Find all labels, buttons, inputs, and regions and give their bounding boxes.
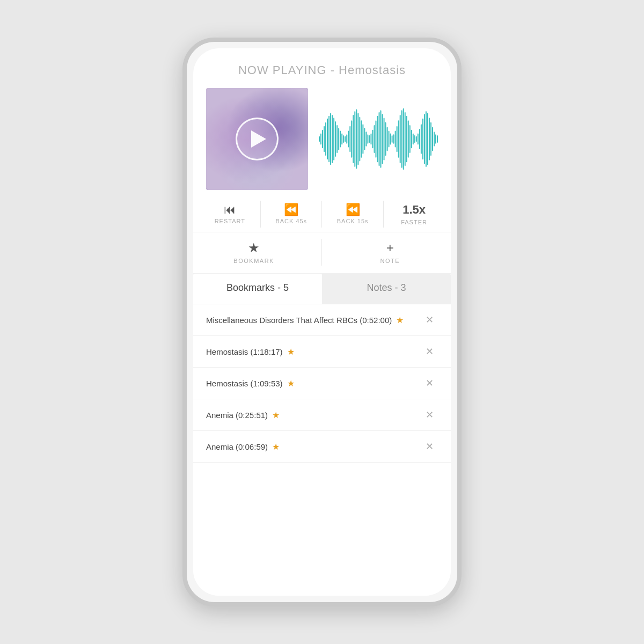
- bookmark-list: Miscellaneous Disorders That Affect RBCs…: [193, 304, 451, 596]
- phone-content: NOW PLAYING - Hemostasis ⏮: [193, 48, 451, 596]
- tab-notes[interactable]: Notes - 3: [322, 274, 451, 304]
- svg-rect-34: [374, 125, 375, 153]
- svg-rect-73: [437, 135, 438, 143]
- tabs-row: Bookmarks - 5 Notes - 3: [193, 274, 451, 304]
- svg-rect-67: [427, 113, 428, 165]
- star-icon: ★: [287, 347, 295, 356]
- svg-rect-2: [322, 130, 323, 149]
- restart-label: RESTART: [215, 218, 245, 224]
- svg-rect-50: [400, 115, 401, 163]
- svg-rect-21: [353, 115, 354, 163]
- svg-rect-13: [340, 130, 341, 147]
- star-icon: ★: [272, 442, 280, 451]
- now-playing-header: NOW PLAYING - Hemostasis: [193, 48, 451, 83]
- svg-rect-29: [365, 131, 367, 147]
- svg-rect-63: [421, 124, 422, 153]
- play-button[interactable]: [236, 118, 279, 160]
- close-button[interactable]: ✕: [421, 343, 438, 360]
- svg-rect-11: [336, 125, 338, 153]
- svg-rect-45: [392, 135, 393, 143]
- svg-rect-60: [416, 136, 417, 142]
- svg-rect-23: [356, 109, 357, 169]
- svg-rect-65: [424, 114, 425, 164]
- bookmark-text: Anemia (0:25:51) ★: [206, 410, 421, 420]
- close-button[interactable]: ✕: [421, 407, 438, 423]
- player-area: [193, 83, 451, 195]
- svg-rect-69: [430, 122, 431, 156]
- svg-rect-44: [390, 134, 391, 145]
- svg-rect-4: [325, 122, 326, 156]
- bookmark-label: BOOKMARK: [233, 258, 274, 264]
- play-triangle-icon: [251, 130, 266, 148]
- note-action[interactable]: + NOTE: [358, 240, 422, 264]
- star-icon: ★: [272, 411, 280, 420]
- svg-rect-68: [429, 118, 430, 160]
- bookmark-text: Hemostasis (1:09:53) ★: [206, 378, 421, 389]
- svg-rect-53: [405, 112, 406, 166]
- svg-rect-61: [418, 134, 419, 145]
- faster-label: FASTER: [401, 219, 427, 225]
- svg-rect-6: [328, 116, 330, 163]
- svg-rect-41: [385, 122, 386, 156]
- waveform-svg: [319, 104, 438, 174]
- tab-bookmarks[interactable]: Bookmarks - 5: [193, 274, 322, 304]
- svg-rect-39: [382, 114, 383, 164]
- close-button[interactable]: ✕: [421, 438, 438, 455]
- list-item[interactable]: Miscellaneous Disorders That Affect RBCs…: [193, 304, 451, 336]
- svg-rect-5: [327, 119, 328, 159]
- svg-rect-30: [367, 134, 368, 143]
- svg-rect-58: [413, 134, 414, 145]
- divider-2: [321, 201, 322, 228]
- svg-rect-8: [332, 115, 333, 163]
- album-art[interactable]: [206, 88, 308, 190]
- restart-icon: ⏮: [224, 204, 236, 216]
- note-label: NOTE: [380, 258, 400, 264]
- svg-rect-54: [406, 116, 407, 163]
- svg-rect-0: [319, 136, 320, 142]
- bookmark-icon: ★: [248, 240, 260, 255]
- list-item[interactable]: Anemia (0:25:51) ★ ✕: [193, 399, 451, 431]
- svg-rect-64: [422, 119, 423, 159]
- back45-control[interactable]: ⏪ BACK 45s: [270, 204, 313, 224]
- close-button[interactable]: ✕: [421, 375, 438, 391]
- speed-control[interactable]: 1.5x FASTER: [393, 203, 436, 225]
- bookmark-text: Hemostasis (1:18:17) ★: [206, 347, 421, 357]
- bookmark-action[interactable]: ★ BOOKMARK: [222, 240, 286, 264]
- action-row: ★ BOOKMARK + NOTE: [193, 232, 451, 274]
- restart-control[interactable]: ⏮ RESTART: [208, 204, 251, 224]
- back15-control[interactable]: ⏪ BACK 15s: [331, 204, 374, 224]
- svg-rect-12: [338, 128, 339, 150]
- svg-rect-43: [389, 130, 390, 147]
- back45-icon: ⏪: [284, 204, 298, 216]
- svg-rect-33: [372, 130, 373, 149]
- svg-rect-51: [401, 110, 402, 167]
- list-item[interactable]: Anemia (0:06:59) ★ ✕: [193, 431, 451, 463]
- svg-rect-20: [351, 120, 352, 157]
- svg-rect-9: [333, 118, 334, 160]
- svg-rect-46: [393, 134, 394, 143]
- svg-rect-49: [398, 120, 399, 157]
- divider-1: [260, 201, 261, 228]
- speed-value: 1.5x: [402, 203, 426, 217]
- svg-rect-35: [375, 120, 376, 157]
- svg-rect-27: [362, 124, 363, 153]
- svg-rect-22: [354, 111, 355, 167]
- svg-rect-16: [345, 136, 346, 142]
- list-item[interactable]: Hemostasis (1:18:17) ★ ✕: [193, 336, 451, 368]
- list-item[interactable]: Hemostasis (1:09:53) ★ ✕: [193, 368, 451, 399]
- svg-rect-24: [357, 113, 358, 165]
- svg-rect-40: [384, 118, 385, 160]
- svg-rect-32: [370, 134, 371, 145]
- svg-rect-25: [359, 116, 360, 161]
- back15-label: BACK 15s: [337, 218, 369, 224]
- divider-action: [321, 239, 322, 266]
- back45-label: BACK 45s: [275, 218, 307, 224]
- waveform-container: [319, 101, 438, 177]
- svg-rect-7: [330, 113, 331, 165]
- divider-3: [383, 201, 384, 228]
- close-button[interactable]: ✕: [421, 312, 438, 328]
- svg-rect-18: [348, 130, 349, 147]
- phone-shell: NOW PLAYING - Hemostasis ⏮: [182, 38, 462, 606]
- svg-rect-31: [369, 135, 370, 143]
- svg-rect-66: [426, 111, 427, 167]
